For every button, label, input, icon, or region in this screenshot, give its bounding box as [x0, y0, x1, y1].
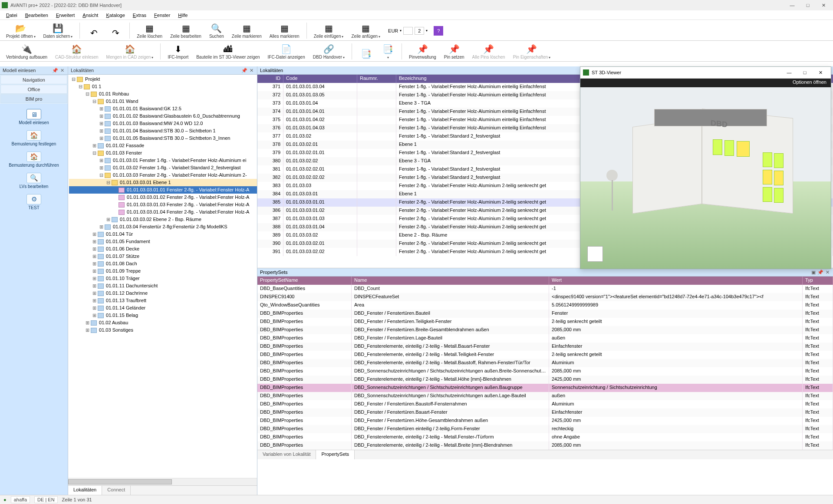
tree-node[interactable]: ⊞ 01.01.03.03.02 Ebene 2 - Bsp. Räume: [69, 216, 257, 223]
table-row[interactable]: DBD_BIMPropertiesDBD_Fensterelemente, ei…: [257, 433, 833, 441]
menu-hilfe[interactable]: Hilfe: [175, 12, 191, 19]
tree-node[interactable]: ⊞ 01.01.06 Decke: [69, 245, 257, 253]
toolbar-zeile-markieren[interactable]: ▦Zeile markieren: [229, 22, 264, 40]
viewer-titlebar[interactable]: ST 3D-Viewer — □ ✕: [580, 67, 831, 79]
locality-tree[interactable]: ⊟ Projekt⊟ 01 1⊟ 01.01 Rohbau⊟ 01.01.01 …: [68, 75, 257, 478]
table-row[interactable]: DBD_BIMPropertiesDBD_Fenster / Fenstertü…: [257, 400, 833, 408]
toolbar-verbindung-aufbauen[interactable]: 🔌Verbindung aufbauen: [3, 43, 50, 60]
toolbar-pin-setzen[interactable]: 📌Pin setzen: [441, 43, 467, 60]
tree-node[interactable]: ⊞ 01.01.04 Tür: [69, 231, 257, 238]
menu-ansicht[interactable]: Ansicht: [79, 12, 102, 19]
tree-node[interactable]: ⊞ 01.01.03.02 Fenster 1-flg. - Variabel:…: [69, 164, 257, 171]
toolbar-alle-pins-l-schen[interactable]: 📌Alle Pins löschen: [470, 43, 508, 60]
tree-node[interactable]: ⊞ 01.01.03.01 Fenster 1-flg. - Variabel:…: [69, 157, 257, 164]
tree-node[interactable]: ⊞ 01.01.08 Dach: [69, 260, 257, 267]
close-icon[interactable]: ✕: [248, 67, 254, 73]
tree-node[interactable]: ⊟ Projekt: [69, 76, 257, 83]
viewer-canvas[interactable]: DBD: [580, 87, 831, 269]
tab-connect[interactable]: Connect: [102, 486, 131, 495]
table-row[interactable]: DBD_BIMPropertiesDBD_Fenster / Fenstertü…: [257, 334, 833, 343]
st-3d-viewer-window[interactable]: ST 3D-Viewer — □ ✕ Optionen öffnen: [580, 66, 831, 269]
close-icon[interactable]: ✕: [824, 269, 830, 275]
toolbar-zeile-anf-gen[interactable]: ▦Zeile anfügen: [349, 22, 383, 40]
help-icon[interactable]: ?: [434, 26, 443, 36]
toolbar-suchen[interactable]: 🔍Suchen: [207, 22, 227, 40]
nav-item-test[interactable]: ⚙TEST: [8, 192, 60, 212]
tree-node[interactable]: ⊞ 01.01.14 Geländer: [69, 304, 257, 312]
nav-tab-navigation[interactable]: Navigation: [0, 75, 67, 84]
tree-node[interactable]: ⊞ 01.01.01.03 Basiswand:MW 24.0 WD 12.0: [69, 120, 257, 127]
toolbar-mengen-in-cad-zeigen[interactable]: 🏠Mengen in CAD zeigen: [104, 43, 156, 60]
tree-node[interactable]: ⊞ 01.01.03.04 Fenstertür 2-flg:Fenstertü…: [69, 223, 257, 231]
nav-item-modell-einlesen[interactable]: 🖥Modell einlesen: [8, 107, 60, 127]
tree-node[interactable]: ⊞ 01.03 Sonstiges: [69, 326, 257, 334]
table-row[interactable]: DBD_BIMPropertiesDBD_Fensterelemente, ei…: [257, 359, 833, 367]
tree-node[interactable]: ⊞ 01.01.07 Stütze: [69, 253, 257, 260]
toolbar-pin-eigenschaften[interactable]: 📌Pin Eigenschaften: [510, 43, 553, 60]
tree-node[interactable]: ⊞ 01.01.12 Dachrinne: [69, 290, 257, 297]
tree-node[interactable]: ⊟ 01.01.03 Fenster: [69, 149, 257, 157]
toolbar-pinverwaltung[interactable]: 📌Pinverwaltung: [406, 43, 439, 60]
window-close-button[interactable]: ✕: [816, 0, 831, 10]
tree-node[interactable]: ⊟ 01.01.01 Wand: [69, 98, 257, 105]
viewer-maximize-button[interactable]: □: [797, 70, 813, 75]
nav-item-bemusterung-durchf-hren[interactable]: 🏠Bemusterung durchführen: [8, 150, 60, 169]
nav-item-lvs-bearbeiten[interactable]: 🔍LVs bearbeiten: [8, 171, 60, 191]
table-row[interactable]: DBD_BIMPropertiesDBD_Fensterelemente, ei…: [257, 343, 833, 351]
table-row[interactable]: DBD_BIMPropertiesDBD_Sonnenschutzeinrich…: [257, 367, 833, 376]
tree-node[interactable]: 01.01.03.03.01.01 Fenster 2-flg. - Varia…: [69, 186, 257, 194]
table-row[interactable]: DBD_BaseQuantitiesDBD_Count-1IfcText: [257, 285, 833, 293]
toolbar-alles-markieren[interactable]: ▦Alles markieren: [267, 22, 302, 40]
table-row[interactable]: DBD_BIMPropertiesDBD_Fensterelemente, ei…: [257, 376, 833, 384]
tree-node[interactable]: ⊞ 01.01.11 Dachuntersicht: [69, 282, 257, 290]
toolbar-ifc-import[interactable]: ⬇IFC-Import: [165, 43, 191, 60]
toolbar--[interactable]: 📑: [378, 43, 397, 60]
viewer-minimize-button[interactable]: —: [781, 70, 797, 75]
menu-bearbeiten[interactable]: Bearbeiten: [22, 12, 52, 19]
nav-tab-bim-pro[interactable]: BIM pro: [0, 94, 67, 103]
status-language[interactable]: DE | EN: [34, 496, 58, 503]
toolbar-daten-sichern[interactable]: 💾Daten sichern: [41, 22, 76, 40]
col-code[interactable]: Code: [283, 75, 357, 83]
tree-node[interactable]: ⊟ 01 1: [69, 83, 257, 90]
tree-node[interactable]: ⊞ 01.01.09 Treppe: [69, 267, 257, 275]
currency-input-2[interactable]: [415, 27, 424, 35]
toolbar-ifc-datei-anzeigen[interactable]: 📄IFC-Datei anzeigen: [265, 43, 308, 60]
col-raumnr[interactable]: Raumnr.: [357, 75, 396, 83]
status-user[interactable]: ahaffa: [11, 496, 30, 503]
viewer-close-button[interactable]: ✕: [813, 70, 828, 76]
table-row[interactable]: DBD_BIMPropertiesDBD_Fensterelemente, ei…: [257, 351, 833, 359]
nav-tab-office[interactable]: Office: [0, 85, 67, 94]
grid-tool-icon[interactable]: ▣: [810, 269, 817, 275]
tree-node[interactable]: ⊞ 01.01.05 Fundament: [69, 238, 257, 245]
table-row[interactable]: DBD_BIMPropertiesDBD_Fenster / Fenstertü…: [257, 326, 833, 334]
tree-node[interactable]: ⊞ 01.02 Ausbau: [69, 319, 257, 326]
table-row[interactable]: DBD_BIMPropertiesDBD_Fenster / Fenstertü…: [257, 417, 833, 425]
tree-node[interactable]: ⊞ 01.01.02 Fassade: [69, 142, 257, 149]
nav-item-bemusterung-festlegen[interactable]: 🏠Bemusterung festlegen: [8, 128, 60, 148]
table-row[interactable]: DBD_BIMPropertiesDBD_Fenster / Fenstertü…: [257, 408, 833, 417]
tree-node[interactable]: ⊞ 01.01.01.02 Basiswand:Glasbaustein 6.0…: [69, 112, 257, 120]
table-row[interactable]: DBD_BIMPropertiesDBD_Fensterelemente, ei…: [257, 441, 833, 450]
menu-extras[interactable]: Extras: [129, 12, 150, 19]
pin-icon[interactable]: 📌: [52, 67, 58, 73]
toolbar-zeile-l-schen[interactable]: ▦Zeile löschen: [134, 22, 165, 40]
table-row[interactable]: DBD_BIMPropertiesDBD_Fenster / Fenstertü…: [257, 318, 833, 326]
close-icon[interactable]: ✕: [59, 67, 65, 73]
toolbar--[interactable]: ↶: [84, 22, 103, 40]
table-row[interactable]: Qto_WindowBaseQuantitiesArea5.0561249999…: [257, 301, 833, 310]
col-wert[interactable]: Wert: [549, 277, 803, 285]
window-maximize-button[interactable]: □: [800, 0, 816, 10]
tree-node[interactable]: ⊞ 01.01.13 Traufbrett: [69, 297, 257, 304]
toolbar-zeile-einf-gen[interactable]: ▦Zeile einfügen: [311, 22, 346, 40]
tree-node[interactable]: 01.01.03.03.01.02 Fenster 2-flg. - Varia…: [69, 194, 257, 201]
tree-node[interactable]: ⊟ 01.01 Rohbau: [69, 90, 257, 98]
col-id[interactable]: ID: [257, 75, 283, 83]
tree-node[interactable]: 01.01.03.03.01.04 Fenster 2-flg. - Varia…: [69, 208, 257, 216]
toolbar--[interactable]: 📑: [356, 43, 375, 60]
viewer-options-bar[interactable]: Optionen öffnen: [580, 79, 831, 87]
table-row[interactable]: DBD_BIMPropertiesDBD_Fenster / Fenstertü…: [257, 310, 833, 318]
col-typ[interactable]: Typ: [803, 277, 833, 285]
tab-variablen[interactable]: Variablen von Lokalität: [257, 450, 316, 459]
pin-icon[interactable]: 📌: [817, 269, 823, 275]
